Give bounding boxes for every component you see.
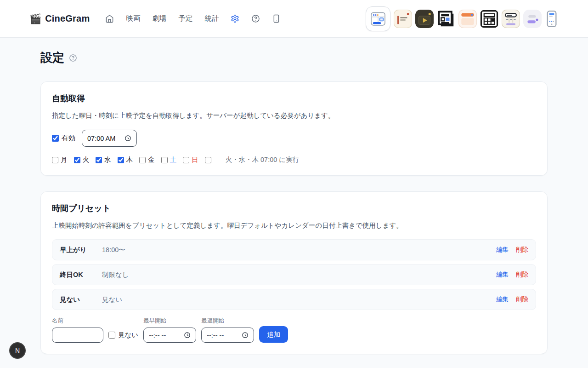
nav-help-button[interactable] (251, 14, 260, 23)
theme-default-button[interactable] (366, 6, 390, 31)
earliest-start-label: 最早開始 (143, 317, 196, 325)
day-mon-checkbox[interactable]: 月 (52, 155, 68, 164)
weekday-checkboxes: 月 火 水 木 金 土 日 火・水・木 07:00 に実行 (52, 155, 536, 164)
preset-row: 終日OK 制限なし 編集 削除 (52, 264, 536, 285)
preset-row: 早上がり 18:00〜 編集 削除 (52, 239, 536, 260)
floating-n-button[interactable]: N (9, 342, 26, 359)
skip-checkbox[interactable] (108, 332, 115, 339)
brand-name: CineGram (45, 13, 90, 24)
preset-name-input[interactable] (52, 328, 103, 343)
cinema-theme-icon (415, 10, 434, 28)
theme-high-contrast-button[interactable] (437, 10, 455, 28)
auto-fetch-title: 自動取得 (52, 93, 536, 104)
auto-fetch-card: 自動取得 指定した曜日・時刻に上映予定を自動取得します。サーバーが起動している必… (40, 81, 548, 176)
newspaper-theme-icon (480, 10, 498, 28)
help-icon (251, 14, 260, 23)
theme-warm-button[interactable] (458, 10, 477, 28)
preset-delete-button[interactable]: 削除 (516, 246, 528, 254)
clock-icon (124, 135, 131, 142)
earliest-start-time-input[interactable]: --:-- -- (143, 328, 196, 343)
day-fri-checkbox[interactable]: 金 (139, 155, 155, 164)
schedule-summary: 火・水・木 07:00 に実行 (226, 155, 300, 164)
time-presets-card: 時間プリセット 上映開始時刻の許容範囲をプリセットとして定義します。曜日デフォル… (40, 191, 548, 354)
high-contrast-theme-icon (437, 10, 455, 28)
preset-edit-button[interactable]: 編集 (496, 270, 509, 279)
day-tue-checkbox[interactable]: 火 (74, 155, 90, 164)
add-preset-button[interactable]: 追加 (259, 326, 288, 343)
preset-name: 見ない (60, 295, 102, 304)
nav-schedule[interactable]: 予定 (178, 14, 192, 23)
retro-theme-icon (502, 10, 520, 28)
latest-start-label: 最遅開始 (201, 317, 254, 325)
default-theme-icon (369, 10, 387, 28)
time-presets-title: 時間プリセット (52, 203, 536, 214)
preset-range: 18:00〜 (102, 246, 496, 254)
preset-range: 見ない (102, 295, 496, 304)
page-title: 設定 (40, 50, 64, 66)
home-icon (105, 14, 114, 23)
preset-range: 制限なし (102, 270, 496, 279)
theme-cinema-button[interactable] (415, 10, 434, 28)
page-help-icon[interactable] (69, 54, 77, 62)
theme-soft-button[interactable] (523, 10, 542, 28)
theme-mobile-button[interactable] (545, 10, 559, 28)
theme-retro-button[interactable] (502, 10, 520, 28)
paper-theme-icon (394, 10, 412, 28)
day-sun-checkbox[interactable]: 日 (183, 155, 198, 164)
theme-paper-button[interactable] (394, 10, 412, 28)
soft-theme-icon (523, 10, 542, 28)
mobile-theme-icon (545, 10, 559, 28)
nav-movies[interactable]: 映画 (126, 14, 140, 23)
day-thu-checkbox[interactable]: 木 (118, 155, 133, 164)
latest-start-time-input[interactable]: --:-- -- (201, 328, 254, 343)
nav-theaters[interactable]: 劇場 (152, 14, 166, 23)
preset-edit-button[interactable]: 編集 (496, 246, 509, 254)
nav-settings-button[interactable] (231, 14, 239, 23)
theme-newspaper-button[interactable] (480, 10, 498, 28)
day-sat-checkbox[interactable]: 土 (161, 155, 177, 164)
auto-fetch-enabled-checkbox[interactable] (52, 135, 59, 142)
clock-icon (242, 332, 249, 339)
auto-fetch-enabled-label[interactable]: 有効 (52, 134, 75, 143)
preset-delete-button[interactable]: 削除 (516, 295, 528, 304)
top-navbar: 🎬 CineGram 映画 劇場 予定 統計 (0, 0, 588, 38)
brand: 🎬 CineGram (29, 13, 90, 24)
settings-gear-icon (231, 14, 239, 23)
clock-icon (184, 332, 191, 339)
add-preset-form: 名前 見ない 最早開始 --:-- -- 最遅開始 --:-- -- (52, 317, 536, 343)
preset-row: 見ない 見ない 編集 削除 (52, 289, 536, 310)
name-field-label: 名前 (52, 317, 103, 325)
nav-home-button[interactable] (105, 14, 114, 23)
theme-switcher (366, 6, 559, 31)
auto-fetch-time-input[interactable]: 07:00 AM (82, 130, 137, 147)
preset-edit-button[interactable]: 編集 (496, 295, 509, 304)
preset-name: 早上がり (60, 246, 102, 254)
day-extra-checkbox[interactable] (205, 157, 214, 163)
preset-name: 終日OK (60, 270, 102, 279)
auto-fetch-description: 指定した曜日・時刻に上映予定を自動取得します。サーバーが起動している必要がありま… (52, 111, 536, 120)
clapperboard-logo-icon: 🎬 (29, 13, 41, 24)
nav-stats[interactable]: 統計 (204, 14, 219, 23)
time-presets-description: 上映開始時刻の許容範囲をプリセットとして定義します。曜日デフォルトやカレンダーの… (52, 221, 536, 230)
day-wed-checkbox[interactable]: 水 (96, 155, 111, 164)
smartphone-icon (272, 14, 281, 23)
skip-checkbox-label[interactable]: 見ない (108, 331, 138, 343)
warm-theme-icon (458, 10, 477, 28)
nav-mobile-button[interactable] (272, 14, 281, 23)
preset-delete-button[interactable]: 削除 (516, 270, 528, 279)
